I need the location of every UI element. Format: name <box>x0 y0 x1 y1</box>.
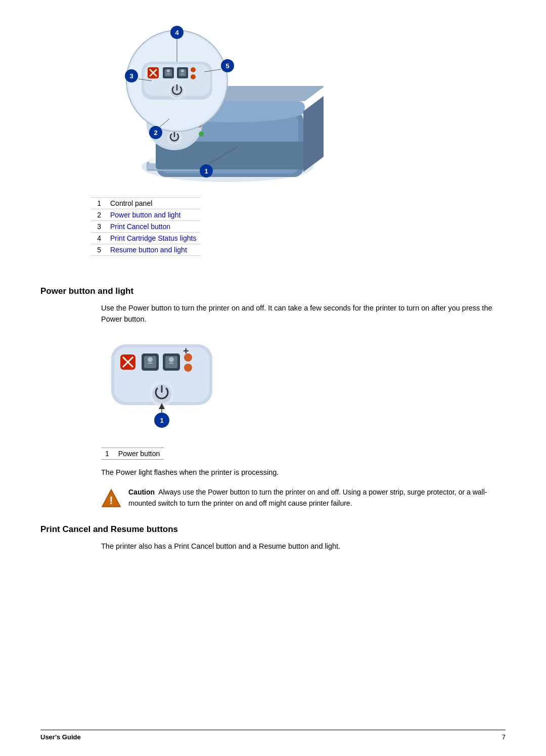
power-section: Power button and light Use the Power but… <box>40 286 506 509</box>
svg-point-38 <box>191 74 196 79</box>
svg-point-36 <box>181 69 184 72</box>
caution-icon: ! <box>101 488 121 508</box>
svg-point-33 <box>167 69 170 72</box>
caution-box: ! Caution Always use the Power button to… <box>101 487 506 509</box>
caution-text: Caution Always use the Power button to t… <box>128 487 506 509</box>
printer-image: 3 4 5 2 1 <box>81 20 324 192</box>
footer-title: User's Guide <box>40 733 81 741</box>
power-section-body: Use the Power button to turn the printer… <box>101 302 506 325</box>
cancel-section-heading: Print Cancel and Resume buttons <box>40 524 506 535</box>
svg-text:!: ! <box>109 494 113 507</box>
cancel-section: Print Cancel and Resume buttons The prin… <box>40 524 506 552</box>
top-printer-diagram: 3 4 5 2 1 <box>40 20 506 271</box>
panel-diagram: + 1 <box>101 334 506 460</box>
svg-point-66 <box>169 357 174 362</box>
svg-point-23 <box>199 131 204 137</box>
svg-point-63 <box>148 357 153 362</box>
svg-text:2: 2 <box>154 129 157 137</box>
component-reference-table: 1Control panel2Power button and light3Pr… <box>91 197 200 256</box>
svg-point-37 <box>191 67 196 72</box>
footer-page-number: 7 <box>502 733 506 741</box>
svg-text:1: 1 <box>160 417 163 424</box>
svg-point-68 <box>184 364 192 372</box>
svg-text:+: + <box>183 345 189 357</box>
panel-reference-table: 1Power button <box>101 448 164 460</box>
svg-text:4: 4 <box>175 29 179 36</box>
svg-text:5: 5 <box>225 62 229 70</box>
svg-text:1: 1 <box>204 167 208 175</box>
power-light-text: The Power light flashes when the printer… <box>101 467 506 478</box>
panel-image: + 1 <box>101 334 233 446</box>
cancel-section-body: The printer also has a Print Cancel butt… <box>101 541 506 552</box>
page-footer: User's Guide 7 <box>40 730 506 741</box>
power-section-heading: Power button and light <box>40 286 506 296</box>
svg-text:3: 3 <box>129 72 133 80</box>
